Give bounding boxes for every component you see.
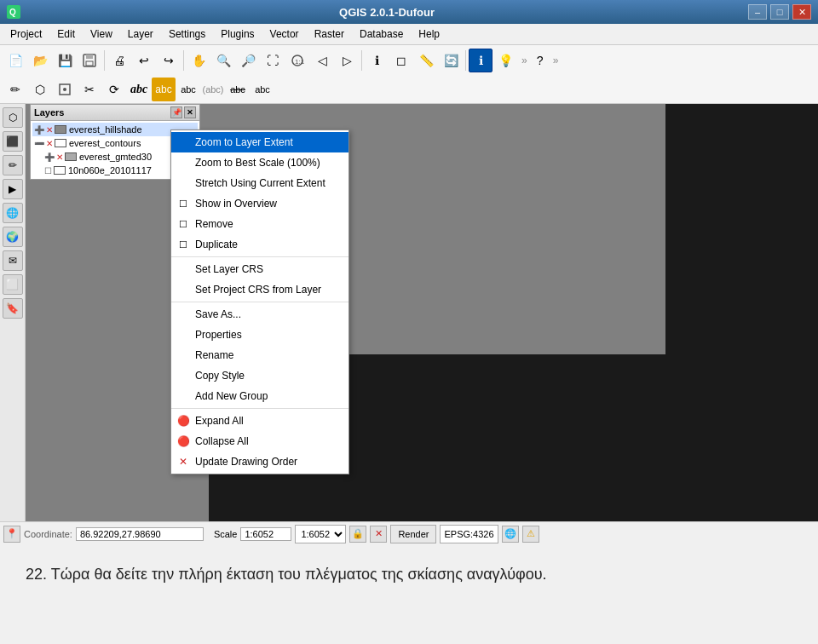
label5-button[interactable]: abc <box>251 78 274 101</box>
remove3-icon: ✕ <box>56 152 63 162</box>
menu-help[interactable]: Help <box>412 26 446 43</box>
zoom-full-button[interactable]: ⛶ <box>261 49 285 72</box>
edit-pencil-button[interactable]: ✏ <box>3 78 27 101</box>
rotate-button[interactable]: ⟳ <box>102 78 126 101</box>
ctx-remove[interactable]: ☐ Remove <box>171 214 349 234</box>
select-button[interactable]: ◻ <box>389 49 413 72</box>
menu-project[interactable]: Project <box>3 26 49 43</box>
ctx-add-group[interactable]: Add New Group <box>171 386 349 406</box>
label2-button[interactable]: abc <box>176 78 200 101</box>
menu-raster[interactable]: Raster <box>308 26 351 43</box>
layer-name-4: 10n060e_20101117 <box>68 165 152 175</box>
location-button[interactable]: 📍 <box>3 526 20 543</box>
ctx-copy-style[interactable]: Copy Style <box>171 365 349 386</box>
measure-button[interactable]: 📏 <box>414 49 438 72</box>
zoom-layer-button[interactable]: 1:1 <box>285 49 309 72</box>
menu-plugins[interactable]: Plugins <box>214 26 261 43</box>
layer-color-3 <box>65 152 77 161</box>
svg-point-8 <box>63 88 66 91</box>
save-as-button[interactable] <box>78 49 101 72</box>
ctx-add-group-label: Add New Group <box>195 390 268 402</box>
ctx-save-as[interactable]: Save As... <box>171 304 349 325</box>
label3-button[interactable]: (abc) <box>201 78 225 101</box>
remove-icon: ✕ <box>46 125 53 135</box>
left-tool-8[interactable]: ⬜ <box>3 274 23 295</box>
ctx-save-as-label: Save As... <box>195 308 241 320</box>
minimize-button[interactable]: – <box>748 4 767 20</box>
scale-input[interactable] <box>240 527 291 541</box>
checkbox-overview-icon: ☐ <box>176 198 190 210</box>
identify-button[interactable]: ℹ <box>365 49 389 72</box>
lock-button[interactable]: 🔒 <box>349 526 366 543</box>
node-tool-button[interactable]: ⬡ <box>28 78 52 101</box>
pan-button[interactable]: ✋ <box>187 49 210 72</box>
label4-button[interactable]: abc <box>226 78 250 101</box>
menu-edit[interactable]: Edit <box>50 26 82 43</box>
tips-button[interactable]: 💡 <box>493 49 517 72</box>
left-tool-1[interactable]: ⬡ <box>3 107 23 128</box>
save-button[interactable]: 💾 <box>53 49 77 72</box>
layers-pin-button[interactable]: 📌 <box>170 106 182 118</box>
layer-name-1: everest_hillshade <box>69 124 142 135</box>
ctx-set-layer-crs[interactable]: Set Layer CRS <box>171 259 349 279</box>
menubar: Project Edit View Layer Settings Plugins… <box>0 24 818 45</box>
ctx-separator <box>171 256 349 257</box>
left-panel: ⬡ ⬛ ✏ ▶ 🌐 🌍 ✉ ⬜ 🔖 <box>0 104 26 521</box>
menu-layer[interactable]: Layer <box>121 26 160 43</box>
close-button[interactable]: ✕ <box>792 4 811 20</box>
left-tool-6[interactable]: 🌍 <box>3 227 23 247</box>
help-button[interactable]: ? <box>528 49 552 72</box>
ctx-zoom-layer-extent[interactable]: Zoom to Layer Extent <box>171 132 349 152</box>
label-button[interactable]: abc <box>127 78 151 101</box>
zoom-next-button[interactable]: ▷ <box>335 49 359 72</box>
menu-settings[interactable]: Settings <box>162 26 212 43</box>
svg-rect-3 <box>86 55 93 59</box>
ctx-zoom-best-scale[interactable]: Zoom to Best Scale (100%) <box>171 152 349 173</box>
menu-view[interactable]: View <box>84 26 119 43</box>
stop-render-button[interactable]: ✕ <box>370 526 387 543</box>
ctx-expand-all[interactable]: 🔴 Expand All <box>171 411 349 431</box>
render-button[interactable]: Render <box>390 525 436 543</box>
zoom-in-button[interactable]: 🔍 <box>211 49 235 72</box>
plus2-icon: ➕ <box>44 152 55 162</box>
zoom-out-button[interactable]: 🔎 <box>236 49 260 72</box>
undo-button[interactable]: ↩ <box>132 49 156 72</box>
crs-display: EPSG:4326 <box>440 525 498 543</box>
maximize-button[interactable]: □ <box>770 4 789 20</box>
digitize-button[interactable] <box>53 78 77 101</box>
left-tool-3[interactable]: ✏ <box>3 155 23 175</box>
left-tool-4[interactable]: ▶ <box>3 179 23 199</box>
move-feature-button[interactable]: ✂ <box>78 78 101 101</box>
scale-select[interactable]: 1:6052 <box>295 525 346 543</box>
ctx-update-drawing-order[interactable]: ✕ Update Drawing Order <box>171 451 349 472</box>
refresh-button[interactable]: 🔄 <box>439 49 463 72</box>
print-button[interactable]: 🖨 <box>107 49 131 72</box>
ctx-stretch-extent[interactable]: Stretch Using Current Extent <box>171 173 349 193</box>
menu-database[interactable]: Database <box>353 26 410 43</box>
toolbar-overflow-2: » <box>553 55 559 66</box>
open-button[interactable]: 📂 <box>28 49 52 72</box>
ctx-rename[interactable]: Rename <box>171 345 349 365</box>
left-tool-9[interactable]: 🔖 <box>3 298 23 319</box>
redo-button[interactable]: ↪ <box>157 49 181 72</box>
ctx-duplicate[interactable]: ☐ Duplicate <box>171 234 349 255</box>
ctx-properties[interactable]: Properties <box>171 325 349 345</box>
crs-button[interactable]: 🌐 <box>502 526 519 543</box>
new-project-button[interactable]: 📄 <box>3 49 27 72</box>
ctx-stretch-label: Stretch Using Current Extent <box>195 177 325 189</box>
menu-vector[interactable]: Vector <box>263 26 306 43</box>
info-button[interactable]: ℹ <box>469 49 493 72</box>
ctx-collapse-all[interactable]: 🔴 Collapse All <box>171 431 349 451</box>
left-tool-5[interactable]: 🌐 <box>3 203 23 223</box>
ctx-show-overview[interactable]: ☐ Show in Overview <box>171 193 349 214</box>
label-tool-button[interactable]: abc <box>152 78 176 101</box>
separator <box>361 50 362 71</box>
warning-button[interactable]: ⚠ <box>522 526 539 543</box>
left-tool-7[interactable]: ✉ <box>3 250 23 271</box>
zoom-prev-button[interactable]: ◁ <box>310 49 334 72</box>
layers-close-button[interactable]: ✕ <box>184 106 196 118</box>
coord-input[interactable] <box>76 527 204 541</box>
window-title: QGIS 2.0.1-Dufour <box>26 6 748 19</box>
left-tool-2[interactable]: ⬛ <box>3 131 23 152</box>
ctx-set-project-crs[interactable]: Set Project CRS from Layer <box>171 279 349 300</box>
